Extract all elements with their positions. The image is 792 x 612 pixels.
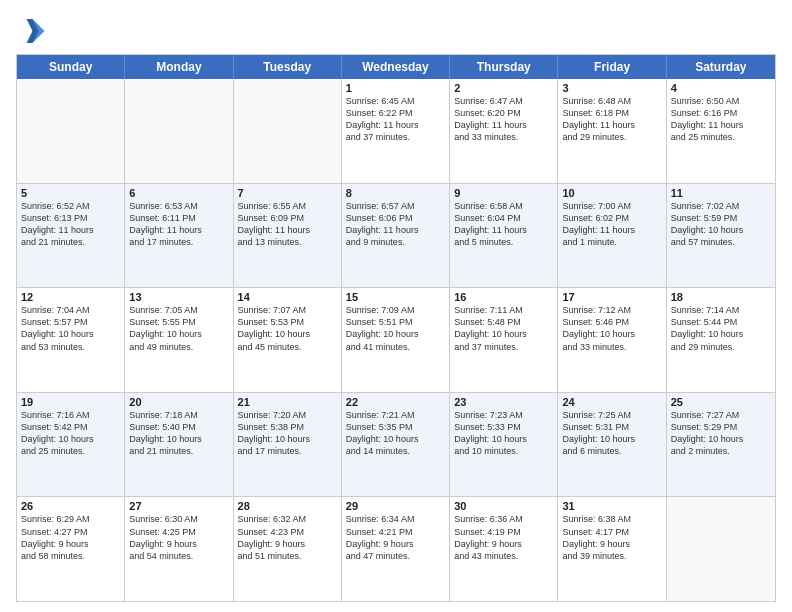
day-number: 8 — [346, 187, 445, 199]
day-info: Sunrise: 7:23 AMSunset: 5:33 PMDaylight:… — [454, 409, 553, 458]
day-number: 23 — [454, 396, 553, 408]
day-number: 29 — [346, 500, 445, 512]
calendar-cell: 30Sunrise: 6:36 AMSunset: 4:19 PMDayligh… — [450, 497, 558, 601]
day-number: 25 — [671, 396, 771, 408]
day-number: 13 — [129, 291, 228, 303]
calendar-cell: 15Sunrise: 7:09 AMSunset: 5:51 PMDayligh… — [342, 288, 450, 392]
calendar-row-3: 19Sunrise: 7:16 AMSunset: 5:42 PMDayligh… — [17, 393, 775, 498]
calendar-row-2: 12Sunrise: 7:04 AMSunset: 5:57 PMDayligh… — [17, 288, 775, 393]
day-number: 26 — [21, 500, 120, 512]
day-number: 5 — [21, 187, 120, 199]
calendar-cell: 10Sunrise: 7:00 AMSunset: 6:02 PMDayligh… — [558, 184, 666, 288]
calendar-cell: 23Sunrise: 7:23 AMSunset: 5:33 PMDayligh… — [450, 393, 558, 497]
calendar-cell: 16Sunrise: 7:11 AMSunset: 5:48 PMDayligh… — [450, 288, 558, 392]
calendar-cell: 17Sunrise: 7:12 AMSunset: 5:46 PMDayligh… — [558, 288, 666, 392]
day-info: Sunrise: 7:12 AMSunset: 5:46 PMDaylight:… — [562, 304, 661, 353]
calendar-cell: 28Sunrise: 6:32 AMSunset: 4:23 PMDayligh… — [234, 497, 342, 601]
logo — [16, 16, 50, 46]
page: SundayMondayTuesdayWednesdayThursdayFrid… — [0, 0, 792, 612]
header — [16, 16, 776, 46]
calendar-cell: 22Sunrise: 7:21 AMSunset: 5:35 PMDayligh… — [342, 393, 450, 497]
calendar-row-0: 1Sunrise: 6:45 AMSunset: 6:22 PMDaylight… — [17, 79, 775, 184]
calendar: SundayMondayTuesdayWednesdayThursdayFrid… — [16, 54, 776, 602]
calendar-cell: 25Sunrise: 7:27 AMSunset: 5:29 PMDayligh… — [667, 393, 775, 497]
day-info: Sunrise: 7:00 AMSunset: 6:02 PMDaylight:… — [562, 200, 661, 249]
day-info: Sunrise: 7:05 AMSunset: 5:55 PMDaylight:… — [129, 304, 228, 353]
calendar-cell: 9Sunrise: 6:58 AMSunset: 6:04 PMDaylight… — [450, 184, 558, 288]
day-number: 6 — [129, 187, 228, 199]
day-info: Sunrise: 7:04 AMSunset: 5:57 PMDaylight:… — [21, 304, 120, 353]
calendar-row-4: 26Sunrise: 6:29 AMSunset: 4:27 PMDayligh… — [17, 497, 775, 601]
day-number: 10 — [562, 187, 661, 199]
calendar-cell — [667, 497, 775, 601]
calendar-cell: 24Sunrise: 7:25 AMSunset: 5:31 PMDayligh… — [558, 393, 666, 497]
calendar-cell: 31Sunrise: 6:38 AMSunset: 4:17 PMDayligh… — [558, 497, 666, 601]
day-info: Sunrise: 6:57 AMSunset: 6:06 PMDaylight:… — [346, 200, 445, 249]
header-day-monday: Monday — [125, 55, 233, 79]
day-number: 28 — [238, 500, 337, 512]
day-info: Sunrise: 6:29 AMSunset: 4:27 PMDaylight:… — [21, 513, 120, 562]
day-number: 16 — [454, 291, 553, 303]
day-info: Sunrise: 7:09 AMSunset: 5:51 PMDaylight:… — [346, 304, 445, 353]
day-info: Sunrise: 6:52 AMSunset: 6:13 PMDaylight:… — [21, 200, 120, 249]
calendar-cell: 26Sunrise: 6:29 AMSunset: 4:27 PMDayligh… — [17, 497, 125, 601]
calendar-cell: 14Sunrise: 7:07 AMSunset: 5:53 PMDayligh… — [234, 288, 342, 392]
day-info: Sunrise: 7:21 AMSunset: 5:35 PMDaylight:… — [346, 409, 445, 458]
calendar-cell: 3Sunrise: 6:48 AMSunset: 6:18 PMDaylight… — [558, 79, 666, 183]
day-info: Sunrise: 6:53 AMSunset: 6:11 PMDaylight:… — [129, 200, 228, 249]
day-number: 11 — [671, 187, 771, 199]
day-info: Sunrise: 7:25 AMSunset: 5:31 PMDaylight:… — [562, 409, 661, 458]
day-info: Sunrise: 6:50 AMSunset: 6:16 PMDaylight:… — [671, 95, 771, 144]
header-day-saturday: Saturday — [667, 55, 775, 79]
day-number: 2 — [454, 82, 553, 94]
day-number: 14 — [238, 291, 337, 303]
calendar-row-1: 5Sunrise: 6:52 AMSunset: 6:13 PMDaylight… — [17, 184, 775, 289]
day-info: Sunrise: 7:07 AMSunset: 5:53 PMDaylight:… — [238, 304, 337, 353]
day-number: 17 — [562, 291, 661, 303]
day-number: 9 — [454, 187, 553, 199]
day-info: Sunrise: 6:36 AMSunset: 4:19 PMDaylight:… — [454, 513, 553, 562]
day-number: 31 — [562, 500, 661, 512]
day-number: 19 — [21, 396, 120, 408]
day-number: 7 — [238, 187, 337, 199]
day-info: Sunrise: 7:20 AMSunset: 5:38 PMDaylight:… — [238, 409, 337, 458]
header-day-sunday: Sunday — [17, 55, 125, 79]
day-info: Sunrise: 7:14 AMSunset: 5:44 PMDaylight:… — [671, 304, 771, 353]
day-info: Sunrise: 6:58 AMSunset: 6:04 PMDaylight:… — [454, 200, 553, 249]
calendar-cell: 8Sunrise: 6:57 AMSunset: 6:06 PMDaylight… — [342, 184, 450, 288]
calendar-cell: 13Sunrise: 7:05 AMSunset: 5:55 PMDayligh… — [125, 288, 233, 392]
calendar-cell — [17, 79, 125, 183]
calendar-cell — [234, 79, 342, 183]
day-number: 30 — [454, 500, 553, 512]
calendar-cell: 6Sunrise: 6:53 AMSunset: 6:11 PMDaylight… — [125, 184, 233, 288]
day-number: 27 — [129, 500, 228, 512]
day-number: 20 — [129, 396, 228, 408]
calendar-cell: 18Sunrise: 7:14 AMSunset: 5:44 PMDayligh… — [667, 288, 775, 392]
header-day-wednesday: Wednesday — [342, 55, 450, 79]
logo-icon — [16, 16, 46, 46]
day-number: 18 — [671, 291, 771, 303]
day-number: 24 — [562, 396, 661, 408]
day-info: Sunrise: 6:45 AMSunset: 6:22 PMDaylight:… — [346, 95, 445, 144]
day-info: Sunrise: 6:38 AMSunset: 4:17 PMDaylight:… — [562, 513, 661, 562]
calendar-cell: 5Sunrise: 6:52 AMSunset: 6:13 PMDaylight… — [17, 184, 125, 288]
day-info: Sunrise: 6:48 AMSunset: 6:18 PMDaylight:… — [562, 95, 661, 144]
calendar-cell: 2Sunrise: 6:47 AMSunset: 6:20 PMDaylight… — [450, 79, 558, 183]
calendar-cell — [125, 79, 233, 183]
calendar-header: SundayMondayTuesdayWednesdayThursdayFrid… — [17, 55, 775, 79]
day-number: 4 — [671, 82, 771, 94]
day-number: 12 — [21, 291, 120, 303]
calendar-cell: 4Sunrise: 6:50 AMSunset: 6:16 PMDaylight… — [667, 79, 775, 183]
calendar-cell: 7Sunrise: 6:55 AMSunset: 6:09 PMDaylight… — [234, 184, 342, 288]
day-number: 15 — [346, 291, 445, 303]
calendar-cell: 1Sunrise: 6:45 AMSunset: 6:22 PMDaylight… — [342, 79, 450, 183]
header-day-thursday: Thursday — [450, 55, 558, 79]
day-info: Sunrise: 6:30 AMSunset: 4:25 PMDaylight:… — [129, 513, 228, 562]
svg-marker-1 — [27, 19, 39, 43]
calendar-cell: 20Sunrise: 7:18 AMSunset: 5:40 PMDayligh… — [125, 393, 233, 497]
day-info: Sunrise: 6:32 AMSunset: 4:23 PMDaylight:… — [238, 513, 337, 562]
calendar-cell: 27Sunrise: 6:30 AMSunset: 4:25 PMDayligh… — [125, 497, 233, 601]
day-info: Sunrise: 7:27 AMSunset: 5:29 PMDaylight:… — [671, 409, 771, 458]
calendar-body: 1Sunrise: 6:45 AMSunset: 6:22 PMDaylight… — [17, 79, 775, 601]
day-number: 21 — [238, 396, 337, 408]
